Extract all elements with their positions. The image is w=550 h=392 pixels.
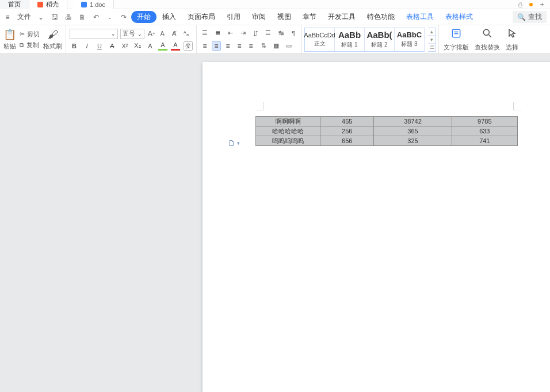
tab-layout[interactable]: 页面布局	[182, 10, 221, 24]
text-effect-button[interactable]: A	[146, 41, 155, 51]
section-indicator[interactable]: ▾	[228, 139, 240, 147]
strike-button[interactable]: A	[108, 41, 117, 51]
tab-table-style[interactable]: 表格样式	[440, 10, 479, 24]
tab-document[interactable]: 1.doc	[73, 0, 114, 9]
tab-view[interactable]: 视图	[272, 10, 297, 24]
tab-review[interactable]: 审阅	[246, 10, 272, 24]
bold-button[interactable]: B	[70, 41, 79, 51]
line-spacing2-button[interactable]: ⇅	[259, 41, 268, 51]
numbering-button[interactable]: ≣	[213, 29, 222, 38]
grow-font-button[interactable]: A+	[147, 29, 156, 39]
style-scroll[interactable]: ▴ ▾ ☰	[428, 28, 436, 52]
underline-button[interactable]: U	[95, 41, 104, 51]
table-row[interactable]: 呜呜呜呜呜 656 325 741	[256, 136, 518, 146]
align-justify-button[interactable]: ≡	[235, 41, 244, 51]
search-box[interactable]: 🔍 查找	[513, 11, 547, 23]
chevron-down-icon[interactable]: ⌄	[37, 13, 45, 21]
cell[interactable]: 256	[320, 126, 374, 136]
cell-label[interactable]: 哈哈哈哈哈	[256, 126, 320, 136]
data-table[interactable]: 啊啊啊啊 455 38742 9785 哈哈哈哈哈 256 365 633 呜呜…	[255, 116, 518, 146]
subscript-button[interactable]: X₂	[133, 41, 142, 51]
cell[interactable]: 38742	[374, 117, 452, 126]
font-color-button[interactable]: A	[171, 41, 180, 51]
cut-button[interactable]: ✂ 剪切	[20, 30, 40, 39]
shrink-font-button[interactable]: A-	[158, 29, 167, 39]
tab-ref[interactable]: 引用	[221, 10, 246, 24]
style-normal[interactable]: AaBbCcDd 正文	[305, 28, 335, 51]
table-row[interactable]: 哈哈哈哈哈 256 365 633	[256, 126, 518, 136]
group-styles: AaBbCcDd 正文 AaBb 标题 1 AaBb( 标题 2 AaBbC 标…	[302, 25, 439, 53]
svg-rect-0	[452, 29, 460, 37]
cell-label[interactable]: 呜呜呜呜呜	[256, 136, 320, 146]
indent-dec-button[interactable]: ⇤	[226, 29, 235, 38]
tab-insert[interactable]: 插入	[156, 10, 182, 24]
cell[interactable]: 656	[320, 136, 374, 146]
line-spacing-button[interactable]: ☲	[263, 29, 273, 38]
change-case-button[interactable]: ᴬₐ	[181, 29, 190, 39]
cell[interactable]: 741	[452, 136, 517, 146]
align-distribute-button[interactable]: ≡	[246, 41, 255, 51]
copy-button[interactable]: ⧉ 复制	[20, 41, 40, 49]
cell[interactable]: 325	[374, 136, 452, 146]
paste-button[interactable]: 📋 粘贴	[3, 28, 16, 51]
cell[interactable]: 633	[452, 126, 517, 136]
tab-button[interactable]: ↹	[276, 29, 285, 38]
tab-table-tool[interactable]: 表格工具	[400, 10, 440, 24]
style-preview: AaBb(	[366, 30, 392, 40]
file-menu[interactable]: 文件	[17, 12, 31, 22]
cell[interactable]: 365	[374, 126, 452, 136]
workspace[interactable]: ▾ 啊啊啊啊 455 38742 9785 哈哈哈哈哈 256 365 633 …	[0, 54, 550, 392]
align-left-button[interactable]: ≡	[200, 41, 209, 51]
style-preview: AaBb	[338, 30, 361, 40]
bullets-button[interactable]: ☰	[200, 29, 209, 38]
style-gallery[interactable]: AaBbCcDd 正文 AaBb 标题 1 AaBb( 标题 2 AaBbC 标…	[304, 28, 425, 52]
cell-label[interactable]: 啊啊啊啊	[256, 117, 320, 126]
cell[interactable]: 9785	[452, 117, 517, 126]
new-tab-button[interactable]: +	[540, 0, 544, 9]
scroll-up-icon[interactable]: ▴	[428, 28, 436, 36]
tab-home[interactable]: 首页	[0, 0, 29, 9]
superscript-button[interactable]: X²	[120, 41, 129, 51]
show-marks-button[interactable]: ¶	[289, 29, 298, 38]
tab-special[interactable]: 特色功能	[361, 10, 400, 24]
tab-dev[interactable]: 开发工具	[322, 10, 361, 24]
style-h3[interactable]: AaBbC 标题 3	[395, 28, 425, 51]
shading-button[interactable]: ▦	[272, 41, 281, 51]
text-direction-button[interactable]: 文字排版	[444, 28, 469, 52]
select-button[interactable]: 选择	[506, 28, 518, 52]
cursor-icon	[506, 28, 518, 42]
align-center-button[interactable]: ≡	[212, 41, 221, 51]
save-icon[interactable]: 🖫	[51, 13, 59, 21]
style-label: 标题 2	[371, 41, 387, 49]
tab-app-docer[interactable]: 稻壳	[29, 0, 67, 9]
borders-button[interactable]: ▭	[284, 41, 293, 51]
more-styles-icon[interactable]: ☰	[428, 44, 436, 51]
chevron-down-icon[interactable]: ⌄	[106, 13, 114, 21]
quick-access-toolbar: ≡ 文件 ⌄ 🖫 🖶 🗎 ↶ ⌄ ↷	[3, 12, 130, 22]
sort-button[interactable]: ⮃	[251, 29, 260, 38]
style-h1[interactable]: AaBb 标题 1	[335, 28, 365, 51]
cell[interactable]: 455	[320, 117, 374, 126]
indent-inc-button[interactable]: ⇥	[238, 29, 247, 38]
clear-format-button[interactable]: Ⱥ	[170, 29, 179, 39]
phonetic-button[interactable]: 变	[184, 41, 193, 51]
print-preview-icon[interactable]: 🗎	[78, 13, 86, 21]
undo-icon[interactable]: ↶	[92, 13, 100, 21]
font-size-select[interactable]: 五号 ⌄	[120, 29, 144, 39]
style-h2[interactable]: AaBb( 标题 2	[365, 28, 395, 51]
menu-icon[interactable]: ≡	[3, 13, 12, 21]
print-icon[interactable]: 🖶	[64, 13, 72, 21]
align-right-button[interactable]: ≡	[223, 41, 232, 51]
find-replace-button[interactable]: 查找替换	[475, 28, 500, 52]
format-painter-button[interactable]: 🖌 格式刷	[43, 29, 62, 51]
redo-icon[interactable]: ↷	[120, 13, 128, 21]
tab-home-label: 首页	[8, 0, 21, 9]
italic-button[interactable]: I	[82, 41, 91, 51]
font-family-select[interactable]: ⌄	[70, 29, 118, 39]
scroll-down-icon[interactable]: ▾	[428, 36, 436, 44]
highlight-button[interactable]: A	[158, 41, 167, 51]
table-row[interactable]: 啊啊啊啊 455 38742 9785	[256, 117, 518, 126]
tab-chapter[interactable]: 章节	[297, 10, 322, 24]
tab-start[interactable]: 开始	[131, 11, 156, 23]
sync-icon[interactable]: ⎙	[518, 1, 522, 8]
